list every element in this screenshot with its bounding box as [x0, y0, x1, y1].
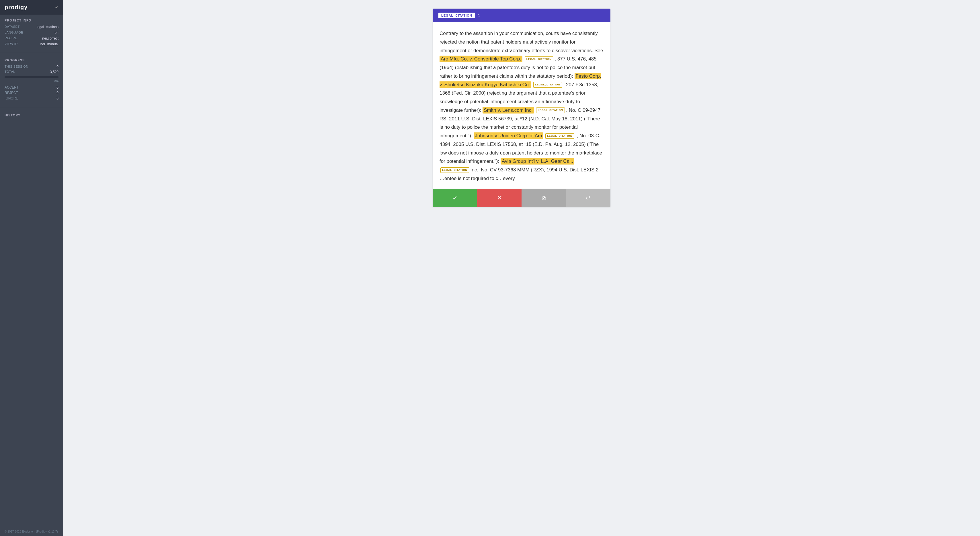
dataset-row: DATASET legal_citations [5, 25, 59, 29]
recipe-row: RECIPE ner.correct [5, 37, 59, 40]
back-button[interactable]: ↵ [566, 189, 611, 207]
entity-highlight-4[interactable]: Johnson v. Uniden Corp. of Am [474, 132, 543, 139]
dataset-value: legal_citations [37, 25, 59, 29]
card-body: Contrary to the assertion in your commun… [433, 22, 611, 183]
this-session-row: THIS SESSION 0 [5, 65, 59, 69]
progress-percent: 0% [5, 79, 59, 83]
entity-highlight-1[interactable]: Aro Mfg. Co. v. Convertible Top Corp. [439, 56, 522, 62]
app-name: prodigy [5, 4, 27, 11]
this-session-label: THIS SESSION [5, 65, 29, 69]
view-id-value: ner_manual [40, 42, 59, 46]
recipe-label: RECIPE [5, 37, 17, 40]
entity-tag-5: LEGAL_CITATION [441, 167, 469, 173]
ignore-stat-value: 0 [56, 96, 59, 100]
entity-tag-4: LEGAL_CITATION [545, 133, 574, 139]
entity-tag-3: LEGAL_CITATION [536, 108, 565, 113]
history-title: HISTORY [5, 113, 59, 117]
card-actions: ✓ ✕ ⊘ ↵ [433, 189, 611, 207]
entity-highlight-5[interactable]: Avia Group Int'l v. L.A. Gear Cal., [501, 158, 574, 164]
history-section: HISTORY [0, 110, 63, 121]
total-row: TOTAL 3,520 [5, 70, 59, 74]
total-value: 3,520 [50, 70, 59, 74]
accept-stat-label: ACCEPT [5, 86, 19, 89]
text-truncated: …entee is not required to c…every [439, 176, 515, 181]
ignore-stat-label: IGNORE [5, 96, 18, 100]
reject-button[interactable]: ✕ [477, 189, 522, 207]
ignore-stat-row: IGNORE 0 [5, 96, 59, 100]
progress-title: PROGRESS [5, 59, 59, 62]
reject-stat-label: REJECT [5, 91, 18, 95]
sidebar: prodigy ✓ PROJECT INFO DATASET legal_cit… [0, 0, 63, 536]
language-label: LANGUAGE [5, 31, 23, 35]
entity-highlight-3[interactable]: Smith v. Lens.com Inc. [482, 107, 534, 113]
annotation-card: LEGAL_CITATION 1 Contrary to the asserti… [433, 9, 611, 207]
accept-stat-row: ACCEPT 0 [5, 86, 59, 89]
progress-bar-container [5, 76, 59, 78]
project-info-title: PROJECT INFO [5, 19, 59, 22]
progress-section: PROGRESS THIS SESSION 0 TOTAL 3,520 0% A… [0, 54, 63, 105]
text-segment-1: Contrary to the assertion in your commun… [439, 31, 603, 53]
language-value: en [55, 31, 59, 35]
recipe-value: ner.correct [42, 37, 59, 40]
ignore-button[interactable]: ⊘ [522, 189, 566, 207]
footer: © 2017-2025 Explosion (Prodigy v1.12.7) [0, 527, 63, 536]
copyright-text: © 2017-2025 Explosion [5, 530, 34, 533]
card-header: LEGAL_CITATION 1 [433, 9, 611, 22]
project-info-section: PROJECT INFO DATASET legal_citations LAN… [0, 14, 63, 49]
accept-button[interactable]: ✓ [433, 189, 477, 207]
accept-stat-value: 0 [56, 86, 59, 89]
language-row: LANGUAGE en [5, 31, 59, 35]
version-text: Prodigy v1.12.7 [37, 530, 57, 533]
entity-badge: LEGAL_CITATION [438, 13, 475, 18]
logo-bar: prodigy ✓ [0, 0, 63, 14]
reject-stat-row: REJECT 0 [5, 91, 59, 95]
entity-count: 1 [478, 13, 480, 18]
check-icon: ✓ [55, 5, 59, 10]
view-id-label: VIEW ID [5, 42, 18, 46]
dataset-label: DATASET [5, 25, 20, 29]
reject-stat-value: 0 [56, 91, 59, 95]
this-session-value: 0 [56, 65, 59, 69]
entity-tag-2: LEGAL_CITATION [533, 82, 562, 88]
entity-tag-1: LEGAL_CITATION [525, 56, 554, 62]
text-segment-6: Inc., No. CV 93-7368 MMM (RZX), 1994 U.S… [471, 167, 599, 173]
main-content: LEGAL_CITATION 1 Contrary to the asserti… [63, 0, 980, 536]
view-id-row: VIEW ID ner_manual [5, 42, 59, 46]
total-label: TOTAL [5, 70, 15, 74]
